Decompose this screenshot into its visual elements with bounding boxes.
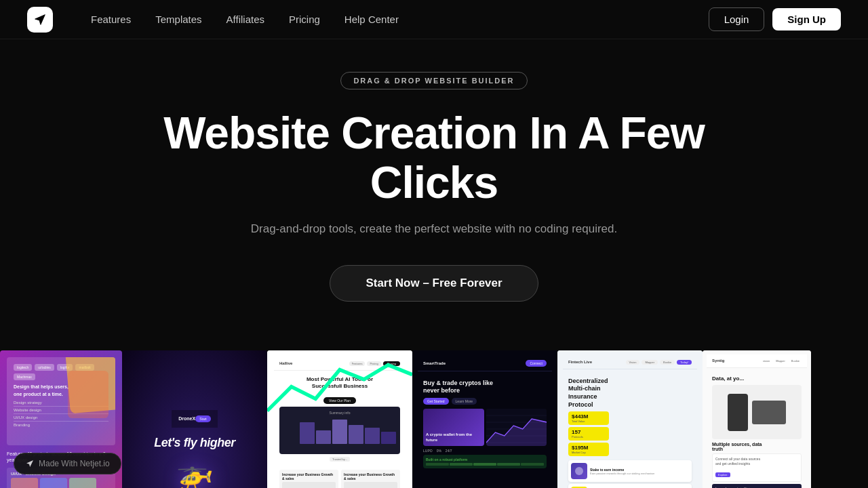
gallery-item-ai[interactable]: Hallive Features Pricing Closing Most Po… <box>267 350 412 488</box>
gallery-item-crypto[interactable]: SmartTrade Connect Buy & trade cryptos l… <box>412 350 557 488</box>
gallery-item-data[interactable]: Syntig vision Mapper Bookie Data, at yo.… <box>703 350 811 488</box>
mock-screen-data: Syntig vision Mapper Bookie Data, at yo.… <box>703 350 811 488</box>
nav-link-pricing[interactable]: Pricing <box>277 0 332 39</box>
mock-screen-defi: Fintech Live Vision Mapper Bookie Today!… <box>557 350 703 488</box>
gallery-item-drone[interactable]: DroneX Start Let's fly higher 🚁 A marvel… <box>122 350 267 488</box>
nav-left: Features Templates Affiliates Pricing He… <box>27 0 411 39</box>
nav-link-affiliates[interactable]: Affiliates <box>214 0 277 39</box>
navbar: Features Templates Affiliates Pricing He… <box>0 0 868 39</box>
nav-link-help[interactable]: Help Center <box>332 0 411 39</box>
logo[interactable] <box>27 7 53 33</box>
mock-screen-crypto: SmartTrade Connect Buy & trade cryptos l… <box>412 350 557 488</box>
drone-icon: 🚁 <box>176 455 214 488</box>
hero-section: Drag & Drop Website Builder Website Crea… <box>0 39 868 350</box>
nav-link-features[interactable]: Features <box>79 0 143 39</box>
signup-button[interactable]: Sign Up <box>772 8 841 30</box>
mock-screen-ai: Hallive Features Pricing Closing Most Po… <box>267 350 412 488</box>
cta-button[interactable]: Start Now – Free Forever <box>330 265 538 302</box>
gallery-item-defi[interactable]: Fintech Live Vision Mapper Bookie Today!… <box>557 350 703 488</box>
hero-title: Website Creation In A Few Clicks <box>129 108 739 207</box>
mock-screen-drone: DroneX Start Let's fly higher 🚁 A marvel… <box>122 350 267 488</box>
drone-headline: Let's fly higher <box>154 436 235 450</box>
nav-right: Login Sign Up <box>709 7 841 31</box>
nav-link-templates[interactable]: Templates <box>143 0 214 39</box>
hero-subtitle: Drag-and-drop tools, create the perfect … <box>251 220 618 238</box>
template-gallery: logitech ui/tables logifor mailbolt Mach… <box>0 350 868 488</box>
nav-links: Features Templates Affiliates Pricing He… <box>79 0 411 39</box>
login-button[interactable]: Login <box>709 7 765 31</box>
logo-icon <box>27 7 53 33</box>
made-with-label: Made With Netjet.io <box>39 459 110 468</box>
made-with-badge[interactable]: Made With Netjet.io <box>14 453 121 474</box>
hero-badge: Drag & Drop Website Builder <box>340 72 527 89</box>
